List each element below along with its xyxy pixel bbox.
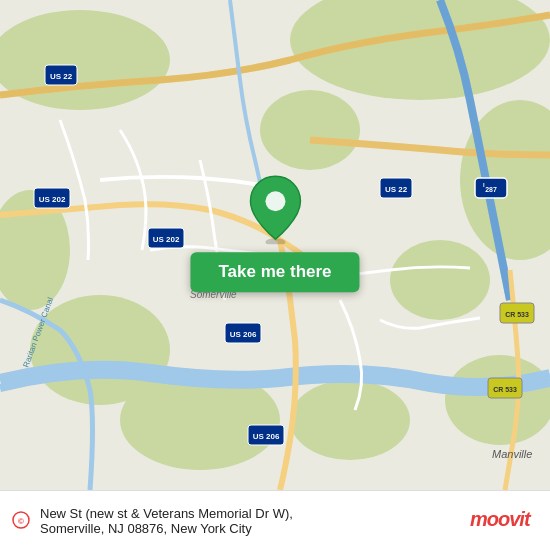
svg-text:US 22: US 22 — [50, 72, 73, 81]
location-overlay: Take me there — [190, 174, 359, 292]
svg-text:CR 533: CR 533 — [493, 386, 517, 393]
moovit-logo: moovit — [468, 502, 538, 540]
svg-text:moovit: moovit — [470, 508, 532, 530]
svg-text:CR 533: CR 533 — [505, 311, 529, 318]
map-container: US 22 US 22 US 202 US 202 US 206 US 206 … — [0, 0, 550, 490]
take-me-there-button[interactable]: Take me there — [190, 252, 359, 292]
svg-text:US 22: US 22 — [385, 185, 408, 194]
svg-text:US 206: US 206 — [253, 432, 280, 441]
location-pin-icon — [245, 174, 305, 244]
svg-point-6 — [445, 355, 550, 445]
svg-point-35 — [265, 191, 285, 211]
address-text: New St (new st & Veterans Memorial Dr W)… — [40, 506, 293, 521]
bottom-bar: © New St (new st & Veterans Memorial Dr … — [0, 490, 550, 550]
svg-text:287: 287 — [485, 186, 497, 193]
svg-text:US 206: US 206 — [230, 330, 257, 339]
bottom-text-area: New St (new st & Veterans Memorial Dr W)… — [40, 506, 458, 536]
svg-text:©: © — [18, 517, 24, 526]
address-line: New St (new st & Veterans Memorial Dr W)… — [40, 506, 458, 536]
svg-text:Manville: Manville — [492, 448, 532, 460]
svg-point-9 — [290, 380, 410, 460]
svg-point-5 — [390, 240, 490, 320]
osm-logo: © — [12, 511, 30, 531]
address-text2: Somerville, NJ 08876, New York City — [40, 521, 252, 536]
svg-text:US 202: US 202 — [153, 235, 180, 244]
svg-text:US 202: US 202 — [39, 195, 66, 204]
svg-point-11 — [260, 90, 360, 170]
